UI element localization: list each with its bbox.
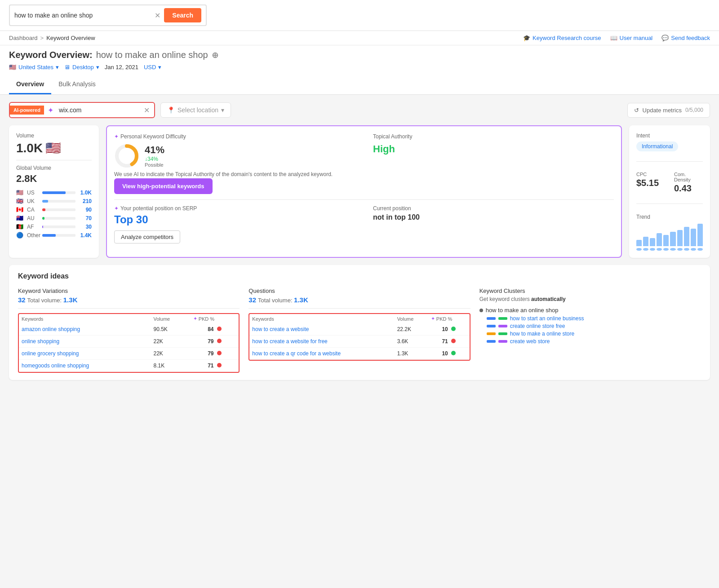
country-bar-wrapper: [42, 191, 75, 194]
update-metrics-button[interactable]: ↺ Update metrics 0/5,000: [627, 103, 710, 118]
currency-filter[interactable]: USD ▾: [144, 64, 161, 71]
pkd-label: ✦ Personal Keyword Difficulty: [114, 133, 355, 140]
country-flag-icon: 🇬🇧: [16, 198, 24, 204]
search-input[interactable]: [14, 12, 155, 19]
breadcrumb: Dashboard > Keyword Overview: [9, 35, 95, 41]
pkd-value: 79: [208, 350, 213, 357]
pkd-value-row: 41% ↓34% Possible: [114, 143, 355, 168]
ai-card: ✦ Personal Keyword Difficulty 41% ↓: [106, 125, 622, 258]
cluster-sub-label[interactable]: create web store: [510, 338, 550, 345]
volume-divider: [16, 160, 92, 160]
add-keyword-icon[interactable]: ⊕: [212, 50, 218, 60]
search-button[interactable]: Search: [164, 8, 201, 22]
view-potential-keywords-button[interactable]: View high-potential keywords: [114, 178, 213, 194]
vol-cell: 22K: [151, 348, 191, 360]
current-section: Current position not in top 100: [373, 205, 614, 221]
cluster-sub-label[interactable]: create online store free: [510, 323, 565, 329]
questions-title: Questions: [249, 287, 470, 294]
search-clear-icon[interactable]: ✕: [155, 11, 160, 20]
tab-bulk-analysis[interactable]: Bulk Analysis: [51, 75, 102, 94]
intent-section: Intent Informational: [636, 133, 703, 151]
nav-bar: Dashboard > Keyword Overview 🎓 Keyword R…: [0, 31, 719, 45]
trend-dot: [684, 248, 689, 251]
country-value: 30: [78, 224, 92, 230]
pkd-value: 71: [442, 338, 448, 345]
kw-cell: how to create a website: [249, 323, 394, 336]
trend-dot: [643, 248, 648, 251]
nav-actions: 🎓 Keyword Research course 📖 User manual …: [523, 35, 710, 41]
vol-cell: 90.5K: [151, 323, 191, 336]
trend-dot: [636, 248, 642, 251]
keyword-link[interactable]: how to create a website: [252, 326, 309, 332]
page-title-keyword: how to make an online shop: [96, 50, 208, 60]
cluster-main-dot: [479, 309, 483, 312]
country-chevron-icon: ▾: [56, 64, 59, 71]
country-value: 1.0K: [78, 190, 92, 196]
breadcrumb-dashboard[interactable]: Dashboard: [9, 35, 38, 41]
country-bar: [42, 234, 56, 237]
domain-input[interactable]: [57, 103, 139, 117]
country-row: 🇺🇸 US 1.0K: [16, 189, 92, 196]
cluster-sub-label[interactable]: how to start an online business: [510, 315, 584, 322]
pkd-text: 41% ↓34% Possible: [145, 144, 164, 168]
keyword-link[interactable]: how to create a website for free: [252, 338, 327, 345]
ta-label: Topical Authority: [373, 133, 614, 140]
device-filter[interactable]: 🖥 Desktop ▾: [64, 64, 99, 71]
feedback-link[interactable]: 💬 Send feedback: [661, 35, 710, 41]
ideas-grid: Keyword Variations 32 Total volume: 1.3K…: [18, 287, 701, 373]
cluster-color-bar: [498, 325, 507, 327]
cluster-sub-label[interactable]: how to make a online store: [510, 331, 574, 337]
vol-cell: 3.6K: [395, 336, 428, 348]
vol-cell: 1.3K: [395, 348, 428, 360]
domain-clear-icon[interactable]: ✕: [139, 106, 154, 115]
vol-cell: 22K: [151, 336, 191, 348]
global-value: 2.8K: [16, 173, 92, 185]
country-filter[interactable]: 🇺🇸 United States ▾: [9, 64, 59, 71]
country-name: US: [27, 190, 40, 196]
manual-link[interactable]: 📖 User manual: [610, 35, 653, 41]
pkd-down: ↓34%: [145, 156, 164, 162]
clusters-col: Keyword Clusters Get keyword clusters au…: [479, 287, 701, 373]
serp-section: ✦ Your potential position on SERP Top 30…: [114, 205, 355, 243]
cluster-color-bar: [498, 340, 507, 343]
course-link[interactable]: 🎓 Keyword Research course: [523, 35, 601, 41]
questions-total: Total volume:: [258, 297, 294, 304]
ta-section: Topical Authority High: [373, 133, 614, 194]
us-flag-small: 🇺🇸: [45, 141, 61, 155]
density-label: Com. Density: [674, 172, 703, 182]
location-chevron-icon: ▾: [221, 106, 224, 114]
var-vol-header: Volume: [151, 314, 191, 323]
trend-label: Trend: [636, 214, 703, 220]
country-row: 🇨🇦 CA 90: [16, 206, 92, 213]
pkd-cell: 84: [191, 323, 239, 336]
location-select[interactable]: 📍 Select location ▾: [160, 102, 231, 118]
cluster-color-bar: [487, 332, 496, 335]
keyword-link[interactable]: homegoods online shopping: [22, 363, 89, 369]
country-value: 1.4K: [78, 232, 92, 239]
keyword-link[interactable]: how to create a qr code for a website: [252, 350, 341, 357]
questions-summary: 32 Total volume: 1.3K: [249, 296, 470, 304]
variations-vol: 1.3K: [63, 296, 78, 304]
sparkle-icon: ✦: [44, 106, 57, 115]
country-bar: [42, 208, 45, 211]
location-pin-icon: 📍: [167, 106, 175, 114]
ai-card-bottom: ✦ Your potential position on SERP Top 30…: [114, 199, 614, 243]
trend-bar: [697, 224, 703, 246]
tab-overview[interactable]: Overview: [9, 75, 51, 94]
refresh-icon: ↺: [634, 107, 639, 114]
country-bar-wrapper: [42, 200, 75, 203]
country-bar-wrapper: [42, 208, 75, 211]
kw-cell: online grocery shopping: [19, 348, 151, 360]
country-row: 🔵 Other 1.4K: [16, 232, 92, 239]
keyword-link[interactable]: amazon online shopping: [22, 326, 80, 332]
analyze-competitors-button[interactable]: Analyze competitors: [114, 230, 180, 243]
country-bar-wrapper: [42, 217, 75, 220]
trend-dot: [650, 248, 655, 251]
trend-bar: [650, 238, 655, 246]
pkd-percent: 41%: [145, 144, 164, 156]
pkd-dot: [217, 351, 222, 355]
us-flag-icon: 🇺🇸: [9, 64, 16, 71]
keyword-link[interactable]: online grocery shopping: [22, 350, 79, 357]
keyword-link[interactable]: online shopping: [22, 338, 59, 345]
country-row: 🇦🇫 AF 30: [16, 223, 92, 230]
